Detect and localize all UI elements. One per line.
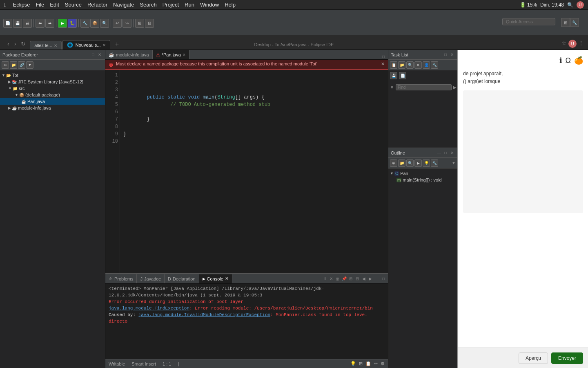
tree-item-src[interactable]: ▼ 📁 src xyxy=(0,85,105,92)
tree-item-tot[interactable]: ▼ 📂 Tot xyxy=(0,72,105,79)
expand-pan-icon[interactable]: ▼ xyxy=(390,171,394,175)
toolbar-btn-11[interactable]: ⊞ xyxy=(135,19,144,28)
task-btn-6[interactable]: 🔧 xyxy=(431,61,438,69)
toolbar-btn-7[interactable]: 📦 xyxy=(90,19,99,28)
toolbar-perspective-btn-1[interactable]: ⊞ xyxy=(561,18,570,27)
tree-item-pan-java[interactable]: ☕ Pan.java xyxy=(0,98,105,105)
outline-btn-3[interactable]: 🔍 xyxy=(406,159,414,167)
user-icon[interactable]: U xyxy=(577,1,584,9)
menu-project[interactable]: Project xyxy=(163,2,179,8)
menu-source[interactable]: Source xyxy=(65,2,82,8)
bottom-tab-declaration[interactable]: D Declaration xyxy=(165,274,199,283)
orange-icon[interactable]: 🍊 xyxy=(574,55,583,67)
outline-minimize-btn[interactable]: — xyxy=(436,150,442,156)
menu-search[interactable]: Search xyxy=(140,2,156,8)
task-btn-1[interactable]: 📋 xyxy=(390,61,397,69)
toolbar-perspective-btn-2[interactable]: 🔧 xyxy=(570,18,579,27)
toolbar-btn-6[interactable]: 🔧 xyxy=(80,19,89,28)
menu-navigate[interactable]: Navigate xyxy=(113,2,134,8)
task-list-minimize-btn[interactable]: — xyxy=(436,52,442,58)
browser-tab-1-close[interactable]: ✕ xyxy=(54,43,57,48)
expand-tot-icon[interactable]: ▼ xyxy=(2,73,5,77)
browser-menu-icon[interactable]: ⋮ xyxy=(578,40,584,48)
browser-tab-2-close[interactable]: ✕ xyxy=(102,43,106,47)
console-btn-4[interactable]: ⊞ xyxy=(348,276,354,282)
code-editor[interactable]: 1 2 3 4 5 6 7 8 9 10 public static void … xyxy=(105,70,388,273)
status-btn-2[interactable]: 📋 xyxy=(365,361,371,366)
pe-btn-3[interactable]: 🔗 xyxy=(18,61,25,69)
forward-button[interactable]: › xyxy=(13,40,18,48)
menu-window[interactable]: Window xyxy=(200,2,219,8)
outline-item-pan[interactable]: ▼ C Pan xyxy=(388,170,457,177)
add-tab-button[interactable]: + xyxy=(113,40,122,49)
task-save-btn[interactable]: 💾 xyxy=(390,72,397,79)
outline-close-btn[interactable]: ✕ xyxy=(449,150,455,156)
task-btn-5[interactable]: 👤 xyxy=(423,61,430,69)
outline-btn-4[interactable]: ▶ xyxy=(414,159,422,167)
status-btn-3[interactable]: ✏ xyxy=(374,361,378,366)
menu-file[interactable]: File xyxy=(36,2,44,8)
error-close-icon[interactable]: ✕ xyxy=(381,61,385,67)
quick-access-input[interactable] xyxy=(502,18,555,25)
console-btn-1[interactable]: ⏸ xyxy=(322,276,327,282)
task-list-maximize-btn[interactable]: □ xyxy=(443,52,448,58)
apple-logo-icon[interactable]:  xyxy=(4,1,6,8)
bottom-tab-javadoc[interactable]: J Javadoc xyxy=(137,274,164,283)
invalid-module-link[interactable]: java.lang.module.InvalidModuleDescriptor… xyxy=(138,312,270,317)
toolbar-btn-8[interactable]: 🔍 xyxy=(100,19,109,28)
task-copy-btn[interactable]: 📄 xyxy=(399,72,406,79)
editor-tab-pan-java[interactable]: ⚠ *Pan.java ✕ xyxy=(153,50,189,59)
task-btn-2[interactable]: 📁 xyxy=(398,61,405,69)
tree-item-module-info[interactable]: ▶ ☕ module-info.java xyxy=(0,105,105,111)
toolbar-btn-5[interactable]: ➡ xyxy=(45,19,54,28)
browser-tab-1[interactable]: allez le... ✕ xyxy=(30,41,61,49)
minimize-panel-btn[interactable]: — xyxy=(84,52,89,58)
toolbar-btn-3[interactable]: 🖨 xyxy=(23,19,32,28)
status-hint-icon[interactable]: 💡 xyxy=(350,361,356,366)
menu-edit[interactable]: Edit xyxy=(50,2,59,8)
find-exception-link[interactable]: java.lang.module.FindException xyxy=(109,306,189,311)
bottom-tab-problems[interactable]: ⚠ Problems xyxy=(105,274,137,283)
status-btn-1[interactable]: ⊞ xyxy=(359,361,363,366)
pe-btn-4[interactable]: ▼ xyxy=(26,61,33,69)
refresh-button[interactable]: ↻ xyxy=(19,40,27,48)
pe-btn-2[interactable]: 📁 xyxy=(10,61,17,69)
menu-refactor[interactable]: Refactor xyxy=(87,2,107,8)
console-btn-3[interactable]: 🗑 xyxy=(335,276,341,282)
browser-tab-2[interactable]: 🌐 Nouveau s... ✕ xyxy=(62,40,110,49)
menu-run[interactable]: Run xyxy=(185,2,194,8)
info-icon[interactable]: ℹ xyxy=(559,55,562,67)
console-maximize-btn[interactable]: — xyxy=(374,276,380,282)
editor-maximize-btn[interactable]: □ xyxy=(381,54,386,59)
task-btn-4[interactable]: ✕ xyxy=(414,61,422,69)
user-avatar[interactable]: U xyxy=(568,40,577,48)
status-btn-4[interactable]: ⚙ xyxy=(381,361,385,366)
outline-btn-6[interactable]: 🔧 xyxy=(431,159,438,167)
task-btn-3[interactable]: 🔍 xyxy=(406,61,414,69)
back-button[interactable]: ‹ xyxy=(6,40,11,48)
bookmark-icon[interactable]: ☆ xyxy=(561,40,567,48)
envoyer-button[interactable]: Envoyer xyxy=(551,352,583,364)
console-btn-2[interactable]: ✕ xyxy=(328,276,334,282)
expand-pkg-icon[interactable]: ▼ xyxy=(15,93,18,97)
expand-module-icon[interactable]: ▶ xyxy=(8,106,11,110)
outline-btn-1[interactable]: ⊕ xyxy=(390,159,397,167)
task-find-input[interactable] xyxy=(396,84,452,90)
toolbar-btn-2[interactable]: 💾 xyxy=(13,19,22,28)
apercu-button[interactable]: Aperçu xyxy=(519,352,548,364)
toolbar-btn-4[interactable]: ⬅ xyxy=(36,19,45,28)
editor-tab-pan-java-close[interactable]: ✕ xyxy=(183,53,186,57)
toolbar-btn-9[interactable]: ↩ xyxy=(113,19,122,28)
menu-help[interactable]: Help xyxy=(225,2,236,8)
toolbar-btn-10[interactable]: ↪ xyxy=(122,19,131,28)
editor-minimize-btn[interactable]: — xyxy=(374,54,380,59)
toolbar-btn-1[interactable]: 📄 xyxy=(3,19,12,28)
code-content[interactable]: public static void main(String[] args) {… xyxy=(120,70,388,273)
tree-item-jre[interactable]: ▶ 📚 JRE System Library [JavaSE-12] xyxy=(0,79,105,85)
outline-btn-2[interactable]: 📁 xyxy=(398,159,405,167)
console-btn-5[interactable]: ⊟ xyxy=(354,276,360,282)
console-btn-6[interactable]: ◀ xyxy=(361,276,367,282)
outline-maximize-btn[interactable]: □ xyxy=(443,150,448,156)
expand-src-icon[interactable]: ▼ xyxy=(8,86,12,90)
run-btn[interactable]: ▶ xyxy=(58,19,67,28)
